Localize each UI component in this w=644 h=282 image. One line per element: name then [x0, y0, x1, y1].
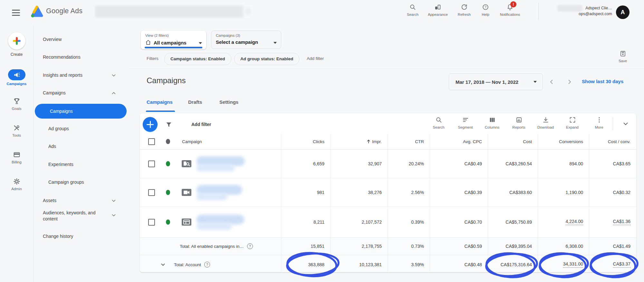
collapse-toolbar-button[interactable]: [622, 120, 630, 128]
filter-chip-ad-group-status[interactable]: Ad group status: Enabled: [234, 53, 299, 65]
sidenav-item-ad-groups[interactable]: Ad groups: [48, 126, 69, 131]
chevron-down-icon[interactable]: [111, 198, 117, 204]
sidenav-item-campaigns-section[interactable]: Campaigns: [43, 90, 66, 95]
menu-icon[interactable]: [12, 10, 20, 17]
campaign-name-redacted[interactable]: [197, 215, 244, 230]
more-vert-icon: [596, 116, 603, 123]
rail-item-billing[interactable]: Billing: [0, 151, 33, 164]
date-prev-button[interactable]: [548, 78, 555, 86]
tab-settings[interactable]: Settings: [219, 99, 238, 105]
table-row: 8,211 2,107,572 0.39% CA$0.70 CA$5,750.8…: [140, 207, 636, 238]
help-circle-icon[interactable]: ?: [247, 243, 253, 249]
display-campaign-icon: [182, 219, 191, 226]
tab-drafts[interactable]: Drafts: [188, 99, 202, 105]
sidenav-item-experiments[interactable]: Experiments: [48, 162, 73, 167]
column-header-clicks[interactable]: Clicks: [281, 134, 330, 149]
add-filter-link[interactable]: Add filter: [307, 56, 324, 61]
campaign-name-redacted[interactable]: [197, 156, 245, 171]
column-header-conversions[interactable]: Conversions: [538, 134, 589, 149]
tab-campaigns[interactable]: Campaigns: [147, 99, 173, 105]
row-checkbox[interactable]: [148, 219, 155, 226]
campaign-name-redacted[interactable]: [197, 185, 242, 200]
rail-item-campaigns[interactable]: Campaigns: [0, 69, 33, 86]
status-enabled-dot: [166, 161, 170, 166]
rail-item-tools[interactable]: Tools: [0, 124, 33, 137]
toolbar-search-button[interactable]: Search: [425, 116, 452, 129]
filter-funnel-icon[interactable]: [165, 121, 173, 129]
ctr-value: 0.39%: [388, 207, 430, 237]
sidenav-item-recommendations[interactable]: Recommendations: [43, 54, 81, 60]
clicks-account-total: 363,888: [281, 255, 330, 272]
rail-item-admin[interactable]: Admin: [0, 178, 33, 191]
impr-value: 2,107,572: [330, 207, 388, 237]
conversions-value: 1,190.00: [538, 178, 589, 207]
section-divider: [129, 69, 644, 69]
toolbar-segment-button[interactable]: Segment: [452, 116, 479, 129]
cost-value: CA$383.60: [488, 178, 538, 207]
expand-row-chevron[interactable]: [160, 261, 166, 268]
sidenav-item-audiences[interactable]: Audiences, keywords, and content: [43, 210, 107, 222]
megaphone-icon: [13, 72, 20, 78]
sidenav-item-assets[interactable]: Assets: [43, 198, 56, 203]
account-info: Adspect Clie… ops@adspect.com: [579, 5, 612, 17]
row-checkbox[interactable]: [148, 160, 155, 167]
campaign-cell: [140, 178, 281, 207]
impr-account-total: 10,123,381: [330, 255, 388, 272]
search-icon: [409, 4, 416, 11]
create-button[interactable]: Create: [0, 32, 33, 57]
chevron-up-icon[interactable]: [111, 90, 117, 96]
page-title: Campaigns: [147, 76, 186, 85]
toolbar-more-button[interactable]: More: [586, 116, 612, 129]
table-toolbar: Add filter Search Segment Columns: [140, 113, 636, 134]
filter-chip-campaign-status[interactable]: Campaign status: Enabled: [164, 53, 231, 65]
ctr-value: 2.56%: [388, 178, 430, 207]
rail-item-goals[interactable]: Goals: [0, 97, 33, 111]
topbar-help-button[interactable]: ? Help: [476, 4, 495, 16]
help-circle-icon[interactable]: ?: [204, 262, 210, 267]
toolbar-download-button[interactable]: Download: [532, 116, 559, 129]
topbar-notifications-button[interactable]: ! Notifications: [495, 4, 525, 16]
topbar-appearance-button[interactable]: Appearance: [423, 4, 452, 16]
toolbar-add-filter[interactable]: Add filter: [191, 122, 211, 127]
table-header-row: Campaign Clicks Impr. CTR Avg. CPC Cost …: [140, 134, 636, 150]
toolbar-divider: [613, 117, 613, 130]
caret-down-icon: [274, 42, 277, 44]
column-header-cost[interactable]: Cost: [488, 134, 538, 149]
view-picker[interactable]: View (2 filters) All campaigns: [141, 31, 206, 49]
select-all-checkbox[interactable]: [148, 138, 155, 145]
chevron-down-icon[interactable]: [111, 73, 117, 78]
avg-cpc-value: CA$0.39: [430, 178, 488, 207]
column-header-impr[interactable]: Impr.: [330, 134, 388, 149]
sidenav-item-insights-reports[interactable]: Insights and reports: [43, 73, 82, 78]
topbar-search-button[interactable]: Search: [402, 4, 423, 16]
toolbar-expand-button[interactable]: Expand: [559, 116, 586, 129]
date-range-picker[interactable]: Mar 17, 2018 — Nov 1, 2022: [449, 73, 543, 90]
topbar-refresh-button[interactable]: Refresh: [452, 4, 476, 16]
sidenav-item-campaigns-selected[interactable]: Campaigns: [35, 104, 127, 119]
row-checkbox[interactable]: [148, 189, 155, 196]
toolbar-reports-button[interactable]: Reports: [505, 116, 532, 129]
campaigns-table-card: Add filter Search Segment Columns: [140, 113, 636, 272]
view-picker-value: All campaigns: [154, 40, 187, 45]
column-header-cost-per-conv[interactable]: Cost / conv.: [589, 134, 636, 149]
sidenav-item-ads[interactable]: Ads: [48, 144, 56, 149]
campaign-picker[interactable]: Campaigns (3) Select a campaign: [211, 31, 281, 49]
sidenav-item-change-history[interactable]: Change history: [43, 234, 73, 239]
column-header-avg-cpc[interactable]: Avg. CPC: [430, 134, 488, 149]
chevron-down-icon[interactable]: [111, 212, 117, 218]
avg-cpc-value: CA$0.70: [430, 207, 488, 237]
sidenav-item-overview[interactable]: Overview: [43, 37, 62, 42]
avatar[interactable]: A: [616, 5, 630, 19]
cost-per-conv-value: CA$0.32: [589, 178, 636, 207]
save-button[interactable]: Save: [615, 50, 631, 63]
column-header-campaign[interactable]: Campaign: [182, 139, 202, 144]
impr-value: 38,276: [330, 178, 388, 207]
topbar: Google Ads Search Appearance Refresh: [0, 0, 644, 25]
date-next-button[interactable]: [566, 78, 573, 86]
download-icon: [542, 116, 549, 123]
new-campaign-fab[interactable]: [143, 117, 158, 132]
sidenav-item-campaign-groups[interactable]: Campaign groups: [48, 180, 84, 185]
column-header-ctr[interactable]: CTR: [388, 134, 430, 149]
toolbar-columns-button[interactable]: Columns: [479, 116, 505, 129]
show-last-30-days-link[interactable]: Show last 30 days: [582, 79, 623, 84]
